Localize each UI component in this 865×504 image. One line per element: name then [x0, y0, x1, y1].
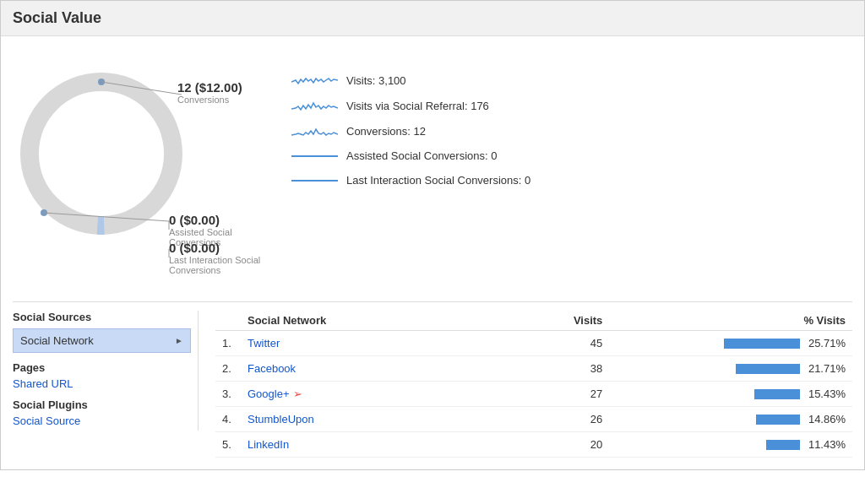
network-link[interactable]: Facebook — [248, 362, 296, 375]
network-link[interactable]: Google+ — [248, 387, 290, 400]
pct-text: 15.43% — [805, 387, 846, 400]
donut-chart — [13, 48, 190, 251]
spacer-cell — [406, 407, 457, 432]
table-row: 1.Twitter4525.71% — [215, 331, 852, 356]
network-name-cell: Twitter — [241, 331, 406, 356]
social-sources-heading: Social Sources — [13, 311, 191, 323]
pct-text: 25.71% — [805, 337, 846, 350]
pct-bar — [754, 389, 800, 399]
col-rank — [215, 311, 241, 331]
visits-cell: 26 — [457, 407, 609, 432]
conversions-label: Conversions: 12 — [346, 125, 426, 138]
main-content: 12 ($12.00) Conversions 0 ($0.00) Assist… — [1, 36, 864, 469]
pages-heading: Pages — [13, 361, 191, 374]
page-wrapper: Social Value — [0, 0, 865, 470]
pct-bar — [766, 440, 800, 450]
donut-label-last: 0 ($0.00) Last Interaction Social Conver… — [169, 241, 266, 275]
network-name-cell: StumbleUpon — [241, 407, 406, 432]
legend-conversions: Conversions: 12 — [291, 124, 530, 138]
pct-bar — [756, 415, 800, 425]
pct-cell: 21.71% — [609, 356, 852, 382]
last-label: Last Interaction Social Conversions: 0 — [346, 174, 530, 187]
assisted-line — [291, 155, 338, 157]
right-table: Social Network Visits % Visits 1.Twitter… — [199, 311, 852, 458]
assisted-label: Assisted Social Conversions: 0 — [346, 149, 497, 162]
legend-last: Last Interaction Social Conversions: 0 — [291, 174, 530, 187]
social-network-item[interactable]: Social Network ► — [13, 328, 191, 353]
pct-bar — [724, 339, 800, 349]
table-body: 1.Twitter4525.71%2.Facebook3821.71%3.Goo… — [215, 331, 852, 458]
last-line — [291, 180, 338, 182]
table-row: 4.StumbleUpon2614.86% — [215, 407, 852, 432]
pct-bar — [736, 364, 800, 374]
spacer-cell — [406, 382, 457, 407]
network-name-cell: Facebook — [241, 356, 406, 382]
social-network-label: Social Network — [20, 334, 94, 347]
shared-url-link[interactable]: Shared URL — [13, 377, 191, 390]
social-plugins-heading: Social Plugins — [13, 398, 191, 411]
network-link[interactable]: StumbleUpon — [248, 413, 314, 425]
title-bar: Social Value — [1, 1, 864, 36]
col-pct-label: % Visits — [609, 311, 852, 331]
pct-text: 11.43% — [805, 438, 846, 451]
visits-label: Visits: 3,100 — [346, 74, 406, 87]
spacer-cell — [406, 356, 457, 382]
bottom-section: Social Sources Social Network ► Pages Sh… — [13, 301, 852, 458]
donut-container: 12 ($12.00) Conversions 0 ($0.00) Assist… — [13, 48, 266, 285]
social-referral-label: Visits via Social Referral: 176 — [346, 100, 489, 112]
pct-cell: 14.86% — [609, 407, 852, 432]
pct-text: 14.86% — [805, 413, 846, 425]
legend-visits: Visits: 3,100 — [291, 73, 530, 87]
network-name-cell: LinkedIn — [241, 432, 406, 458]
arrow-icon: ► — [175, 336, 183, 345]
top-section: 12 ($12.00) Conversions 0 ($0.00) Assist… — [13, 48, 852, 285]
donut-label-conversions: 12 ($12.00) Conversions — [177, 80, 242, 105]
table-row: 5.LinkedIn2011.43% — [215, 432, 852, 458]
pct-cell: 15.43% — [609, 382, 852, 407]
left-panel: Social Sources Social Network ► Pages Sh… — [13, 311, 199, 431]
visits-cell: 27 — [457, 382, 609, 407]
visits-cell: 20 — [457, 432, 609, 458]
rank-cell: 2. — [215, 356, 241, 382]
legend-social-referral: Visits via Social Referral: 176 — [291, 99, 530, 112]
svg-point-0 — [30, 82, 173, 225]
pct-text: 21.71% — [805, 362, 846, 375]
social-source-link[interactable]: Social Source — [13, 415, 191, 427]
table-row: 3.Google+ ➢2715.43% — [215, 382, 852, 407]
spacer-cell — [406, 432, 457, 458]
table-row: 2.Facebook3821.71% — [215, 356, 852, 382]
visits-cell: 38 — [457, 356, 609, 382]
visits-sparkline — [291, 73, 338, 87]
page-title: Social Value — [13, 9, 852, 27]
network-link[interactable]: LinkedIn — [248, 438, 289, 451]
rank-cell: 4. — [215, 407, 241, 432]
svg-point-3 — [41, 209, 47, 216]
network-link[interactable]: Twitter — [248, 337, 280, 350]
legend-section: Visits: 3,100 Visits via Social Referral… — [291, 48, 530, 198]
col-network: Social Network — [241, 311, 406, 331]
rank-cell: 5. — [215, 432, 241, 458]
social-referral-sparkline — [291, 99, 338, 112]
pct-cell: 25.71% — [609, 331, 852, 356]
rank-cell: 3. — [215, 382, 241, 407]
network-name-cell: Google+ ➢ — [241, 382, 406, 407]
legend-assisted: Assisted Social Conversions: 0 — [291, 149, 530, 162]
conversions-sparkline — [291, 124, 338, 138]
col-pct: Visits — [457, 311, 609, 331]
table-header-row: Social Network Visits % Visits — [215, 311, 852, 331]
col-visits — [406, 311, 457, 331]
social-network-table: Social Network Visits % Visits 1.Twitter… — [215, 311, 852, 458]
visits-cell: 45 — [457, 331, 609, 356]
share-icon: ➢ — [293, 387, 302, 400]
pct-cell: 11.43% — [609, 432, 852, 458]
rank-cell: 1. — [215, 331, 241, 356]
spacer-cell — [406, 331, 457, 356]
svg-point-2 — [98, 79, 105, 85]
